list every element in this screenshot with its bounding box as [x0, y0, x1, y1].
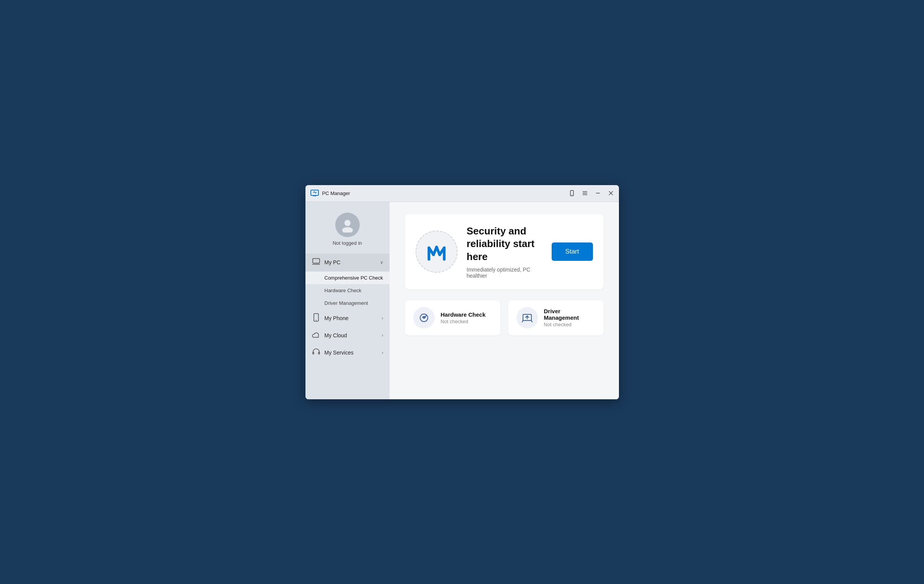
menu-button[interactable]: [581, 190, 588, 197]
driver-management-status: Not checked: [544, 322, 595, 328]
hardware-check-icon-circle: [413, 307, 435, 329]
hero-logo-circle: [416, 231, 458, 273]
svg-line-29: [531, 321, 532, 322]
user-section: Not logged in: [305, 208, 389, 253]
svg-point-3: [571, 195, 572, 195]
sidebar-item-my-pc[interactable]: My PC ∨: [305, 253, 389, 271]
sidebar-item-my-cloud[interactable]: My Cloud ›: [305, 328, 389, 344]
main-layout: Not logged in My PC ∨ Com: [305, 202, 619, 399]
svg-rect-17: [318, 352, 320, 354]
sidebar-subitem-driver-label: Driver Management: [325, 300, 368, 306]
hero-logo-svg: [425, 240, 448, 263]
hero-subtitle: Immediately optimized, PC healthier: [467, 266, 543, 279]
sidebar-item-label-my-services: My Services: [325, 349, 378, 356]
title-bar: PC Manager: [305, 185, 619, 202]
app-title: PC Manager: [322, 190, 350, 196]
driver-management-icon: [521, 312, 533, 324]
svg-point-10: [345, 220, 351, 226]
driver-management-card[interactable]: Driver Management Not checked: [508, 300, 604, 336]
svg-rect-12: [313, 258, 320, 263]
svg-point-11: [342, 227, 353, 233]
start-button[interactable]: Start: [552, 243, 593, 261]
phone-button[interactable]: [568, 190, 575, 197]
sidebar-item-my-services[interactable]: My Services ›: [305, 344, 389, 362]
chevron-right-icon-services: ›: [382, 350, 383, 355]
driver-management-title: Driver Management: [544, 308, 595, 321]
phone-icon: [312, 313, 321, 324]
sidebar-subitem-driver-management[interactable]: Driver Management: [305, 297, 389, 309]
content-area: Security and reliability start here Imme…: [389, 202, 619, 399]
driver-management-icon-circle: [516, 307, 538, 329]
hardware-check-info: Hardware Check Not checked: [441, 311, 486, 324]
svg-point-15: [316, 320, 317, 321]
headset-icon: [312, 347, 321, 358]
chevron-down-icon: ∨: [380, 260, 383, 265]
hardware-check-title: Hardware Check: [441, 311, 486, 318]
title-bar-logo: PC Manager: [310, 189, 568, 198]
svg-rect-16: [313, 352, 314, 354]
cards-section: Hardware Check Not checked: [405, 300, 604, 336]
sidebar-subitem-comprehensive-label: Comprehensive PC Check: [325, 275, 383, 281]
hardware-check-card[interactable]: Hardware Check Not checked: [405, 300, 500, 336]
sidebar-item-label-my-cloud: My Cloud: [325, 333, 378, 339]
svg-line-26: [425, 315, 427, 317]
sidebar-subitem-hardware-label: Hardware Check: [325, 288, 361, 293]
sidebar-subitem-comprehensive-check[interactable]: Comprehensive PC Check: [305, 271, 389, 284]
user-label: Not logged in: [333, 240, 362, 246]
svg-line-28: [522, 321, 523, 322]
app-logo-icon: [310, 189, 319, 198]
hardware-check-icon: [418, 312, 430, 324]
sidebar-item-label-my-pc: My PC: [325, 259, 376, 265]
svg-rect-0: [311, 190, 318, 195]
sidebar-item-my-phone[interactable]: My Phone ›: [305, 309, 389, 328]
laptop-icon: [312, 257, 321, 268]
sidebar-subitem-hardware-check[interactable]: Hardware Check: [305, 284, 389, 297]
hero-section: Security and reliability start here Imme…: [405, 214, 604, 290]
close-button[interactable]: [607, 190, 614, 197]
sidebar-item-label-my-phone: My Phone: [325, 315, 378, 321]
hardware-check-status: Not checked: [441, 319, 486, 324]
svg-rect-1: [313, 195, 316, 196]
driver-management-info: Driver Management Not checked: [544, 308, 595, 328]
minimize-button[interactable]: [594, 190, 601, 197]
hero-title: Security and reliability start here: [467, 225, 543, 263]
nav-section: My PC ∨ Comprehensive PC Check Hardware …: [305, 253, 389, 393]
app-window: PC Manager: [305, 185, 619, 399]
cloud-icon: [312, 331, 321, 340]
avatar-icon: [340, 217, 355, 233]
chevron-right-icon-phone: ›: [382, 316, 383, 321]
title-bar-controls: [568, 190, 614, 197]
chevron-right-icon-cloud: ›: [382, 333, 383, 338]
sidebar: Not logged in My PC ∨ Com: [305, 202, 389, 399]
hero-text: Security and reliability start here Imme…: [467, 225, 543, 279]
avatar[interactable]: [335, 213, 360, 237]
